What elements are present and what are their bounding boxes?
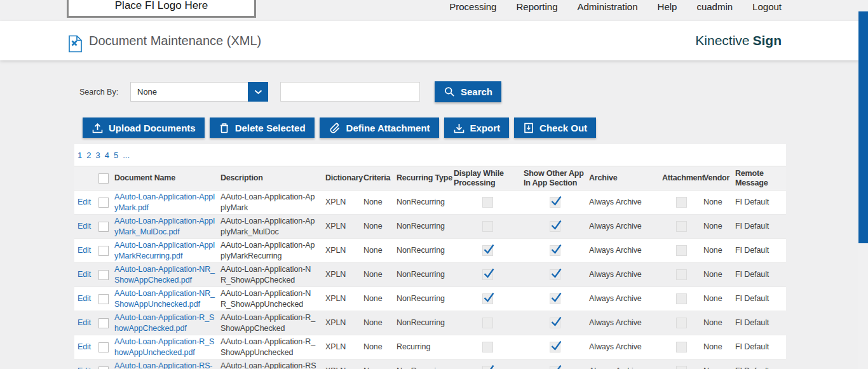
attachment-checkbox[interactable] — [676, 221, 687, 232]
vendor-cell: None — [702, 366, 734, 369]
edit-link[interactable]: Edit — [78, 222, 91, 231]
row-select-checkbox[interactable] — [98, 318, 109, 328]
attachment-checkbox[interactable] — [676, 366, 687, 369]
nav-item-administration[interactable]: Administration — [578, 1, 638, 13]
description-cell: AAuto-Loan-Application-NR_ShowAppChecked — [219, 264, 324, 285]
show-other-app-checkbox[interactable] — [550, 245, 560, 256]
row-select-checkbox[interactable] — [98, 222, 109, 232]
display-while-processing-checkbox[interactable] — [482, 221, 493, 232]
row-select-checkbox[interactable] — [98, 198, 109, 208]
define-attachment-button[interactable]: Define Attachment — [320, 117, 439, 138]
export-button[interactable]: Export — [444, 117, 510, 138]
recurring-type-cell: Recurring — [395, 342, 452, 352]
show-other-app-checkbox[interactable] — [550, 366, 560, 369]
edit-link[interactable]: Edit — [78, 246, 91, 255]
recurring-type-cell: NonRecurring — [395, 318, 452, 328]
show-other-app-checkbox[interactable] — [550, 342, 560, 352]
page-link[interactable]: 3 — [95, 151, 100, 160]
table-row: EditAAuto-Loan-Application-ApplyMarkRecu… — [74, 239, 786, 263]
attachment-checkbox[interactable] — [676, 318, 687, 328]
archive-cell: Always Archive — [588, 221, 661, 231]
criteria-cell: None — [362, 293, 395, 304]
fi-logo-placeholder: Place FI Logo Here — [67, 0, 256, 18]
scrollbar-track[interactable] — [858, 0, 868, 369]
criteria-cell: None — [362, 197, 395, 207]
search-input[interactable] — [280, 82, 420, 102]
attachment-checkbox[interactable] — [676, 197, 687, 208]
show-other-app-checkbox[interactable] — [550, 293, 560, 304]
attachment-checkbox[interactable] — [676, 269, 687, 280]
edit-link[interactable]: Edit — [78, 270, 91, 279]
show-other-app-checkbox[interactable] — [550, 318, 560, 328]
attachment-checkbox[interactable] — [676, 342, 687, 352]
fi-logo-text: Place FI Logo Here — [115, 0, 208, 12]
chevron-down-icon[interactable] — [248, 82, 268, 102]
attachment-checkbox[interactable] — [676, 293, 687, 304]
nav-item-cuadmin[interactable]: cuadmin — [696, 1, 733, 13]
archive-cell: Always Archive — [588, 293, 661, 304]
edit-link[interactable]: Edit — [78, 198, 91, 206]
display-while-processing-checkbox[interactable] — [482, 269, 493, 280]
dictionary-cell: XPLN — [324, 342, 362, 352]
edit-link[interactable]: Edit — [78, 366, 91, 369]
document-name-link[interactable]: AAuto-Loan-Application-R_ShowAppChecked.… — [113, 312, 219, 333]
description-cell: AAuto-Loan-Application-RS-ATBFMandatoryC… — [219, 361, 324, 369]
search-by-label: Search By: — [79, 88, 118, 97]
select-all-checkbox[interactable] — [98, 173, 109, 184]
nav-item-logout[interactable]: Logout — [752, 1, 782, 13]
display-while-processing-checkbox[interactable] — [482, 318, 493, 328]
criteria-cell: None — [362, 221, 395, 231]
document-name-link[interactable]: AAuto-Loan-Application-ApplyMarkRecurrin… — [113, 240, 219, 261]
table-row: EditAAuto-Loan-Application-NR_ShowAppUnc… — [74, 287, 786, 311]
page-title: Document Maintenance (XML) — [89, 21, 261, 60]
document-name-link[interactable]: AAuto-Loan-Application-ApplyMark.pdf — [113, 192, 219, 213]
brand-name: Kinective — [695, 33, 749, 48]
page-link[interactable]: 2 — [86, 151, 91, 160]
check-out-button[interactable]: Check Out — [514, 117, 596, 138]
column-header-empty — [74, 177, 93, 180]
page-link[interactable]: 5 — [114, 151, 118, 160]
attachment-checkbox[interactable] — [676, 245, 687, 256]
document-name-link[interactable]: AAuto-Loan-Application-NR_ShowAppChecked… — [113, 264, 219, 285]
delete-selected-button[interactable]: Delete Selected — [210, 117, 315, 138]
page-link[interactable]: 1 — [78, 151, 82, 160]
row-select-checkbox[interactable] — [98, 294, 109, 304]
nav-item-help[interactable]: Help — [658, 1, 677, 13]
row-select-checkbox[interactable] — [98, 366, 109, 369]
archive-cell: Always Archive — [588, 318, 661, 328]
page-link[interactable]: 4 — [105, 151, 109, 160]
display-while-processing-checkbox[interactable] — [482, 293, 493, 304]
row-select-checkbox[interactable] — [98, 246, 109, 256]
vendor-cell: None — [702, 318, 734, 328]
archive-cell: Always Archive — [588, 269, 661, 279]
show-other-app-checkbox[interactable] — [550, 221, 560, 232]
edit-link[interactable]: Edit — [78, 342, 91, 351]
document-name-link[interactable]: AAuto-Loan-Application-NR_ShowAppUncheck… — [113, 288, 219, 309]
dictionary-cell: XPLN — [324, 197, 362, 207]
edit-link[interactable]: Edit — [78, 318, 91, 327]
row-select-checkbox[interactable] — [98, 342, 109, 352]
dictionary-cell: XPLN — [324, 269, 362, 279]
show-other-app-checkbox[interactable] — [550, 197, 560, 208]
row-select-checkbox[interactable] — [98, 270, 109, 280]
search-button-label: Search — [461, 86, 492, 97]
search-button[interactable]: Search — [435, 81, 501, 102]
display-while-processing-checkbox[interactable] — [482, 366, 493, 369]
scrollbar-thumb[interactable] — [858, 11, 868, 243]
display-while-processing-checkbox[interactable] — [482, 342, 493, 352]
upload-documents-button[interactable]: Upload Documents — [83, 117, 205, 138]
document-name-link[interactable]: AAuto-Loan-Application-ApplyMark_MulDoc.… — [113, 216, 219, 237]
page-link[interactable]: ... — [123, 151, 130, 160]
display-while-processing-checkbox[interactable] — [482, 245, 493, 256]
column-header-remote-message: Remote Message — [734, 168, 786, 189]
vendor-cell: None — [702, 342, 734, 352]
nav-item-reporting[interactable]: Reporting — [516, 1, 557, 13]
search-by-dropdown[interactable]: None — [130, 82, 268, 102]
document-name-link[interactable]: AAuto-Loan-Application-RS-ATBFMandatoryC… — [113, 361, 219, 369]
display-while-processing-checkbox[interactable] — [482, 197, 493, 208]
edit-link[interactable]: Edit — [78, 294, 91, 303]
show-other-app-checkbox[interactable] — [550, 269, 560, 280]
description-cell: AAuto-Loan-Application-NR_ShowAppUncheck… — [219, 288, 324, 309]
nav-item-processing[interactable]: Processing — [449, 1, 496, 13]
document-name-link[interactable]: AAuto-Loan-Application-R_ShowAppUnchecke… — [113, 337, 219, 358]
